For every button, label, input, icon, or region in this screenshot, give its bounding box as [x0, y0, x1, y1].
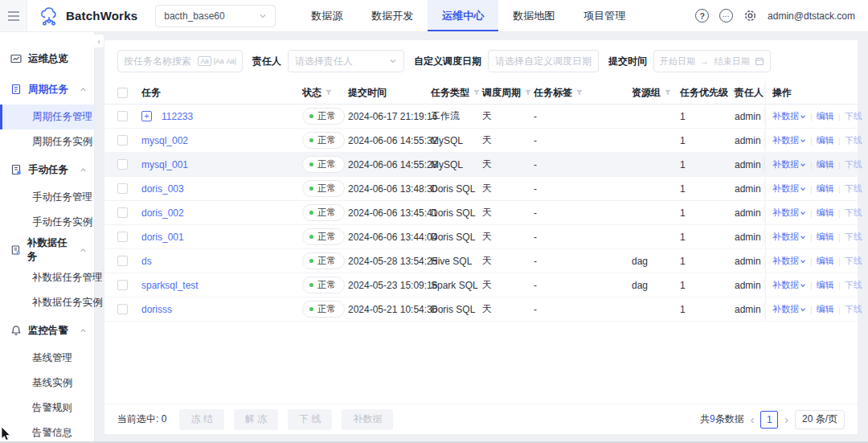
- unfreeze-button[interactable]: 解 冻: [234, 409, 278, 430]
- sidebar-group-manual-task[interactable]: 手动任务: [0, 154, 94, 185]
- message-icon[interactable]: ⋯: [719, 9, 733, 23]
- offline-action[interactable]: 下线: [845, 134, 862, 146]
- task-name-link[interactable]: doris_002: [141, 207, 184, 219]
- replenish-data-action[interactable]: 补数据: [772, 231, 806, 243]
- table-row[interactable]: + 112233 正常 2024-06-17 21:19:16 工作流 天 - …: [104, 105, 858, 129]
- help-icon[interactable]: ?: [695, 9, 709, 23]
- sidebar-item-ops-overview[interactable]: 运维总览: [0, 43, 94, 74]
- sidebar-item-patch-data-task-instance[interactable]: 补数据任务实例: [0, 290, 94, 315]
- offline-action[interactable]: 下线: [845, 207, 862, 219]
- nav-ops-center[interactable]: 运维中心: [428, 0, 498, 31]
- replenish-data-action[interactable]: 补数据: [772, 134, 806, 146]
- tag-filter-icon[interactable]: [575, 88, 583, 96]
- sidebar-group-cycle-task[interactable]: 周期任务: [0, 74, 94, 105]
- replenish-data-action[interactable]: 补数据: [772, 279, 806, 291]
- row-checkbox[interactable]: [117, 111, 128, 121]
- row-checkbox[interactable]: [117, 159, 128, 170]
- nav-data-map[interactable]: 数据地图: [498, 0, 569, 31]
- task-name-link[interactable]: doris_001: [141, 232, 184, 243]
- task-name-link[interactable]: mysql_001: [141, 159, 188, 170]
- cycle-filter-icon[interactable]: [524, 88, 532, 96]
- replenish-data-action[interactable]: 补数据: [772, 303, 806, 315]
- edit-action[interactable]: 编辑: [817, 183, 834, 195]
- replenish-data-action[interactable]: 补数据: [772, 183, 806, 195]
- sidebar-item-manual-task-instance[interactable]: 手动任务实例: [0, 210, 94, 235]
- row-checkbox[interactable]: [117, 207, 128, 218]
- settings-gear-icon[interactable]: [743, 9, 757, 23]
- patch-data-button[interactable]: 补数据: [342, 409, 393, 430]
- edit-action[interactable]: 编辑: [817, 303, 834, 315]
- table-row[interactable]: sparksql_test 正常 2024-05-23 15:09:16 Spa…: [104, 273, 858, 297]
- expand-icon[interactable]: +: [141, 111, 152, 121]
- select-all-checkbox[interactable]: [117, 88, 128, 98]
- sidebar-item-alert-rules[interactable]: 告警规则: [0, 396, 94, 420]
- resource-group-filter-icon[interactable]: [664, 88, 672, 96]
- task-name-link[interactable]: sparksql_test: [141, 280, 199, 291]
- status-filter-icon[interactable]: [325, 88, 333, 96]
- replenish-data-action[interactable]: 补数据: [772, 158, 806, 170]
- task-search-input[interactable]: [124, 55, 195, 67]
- offline-action[interactable]: 下线: [845, 110, 862, 122]
- submit-time-range-picker[interactable]: 开始日期 → 结束日期: [653, 50, 771, 72]
- row-checkbox[interactable]: [117, 135, 128, 146]
- task-search-box[interactable]: Aa |Aa Aa|: [117, 50, 243, 72]
- match-case-icon[interactable]: Aa: [198, 56, 211, 66]
- offline-action[interactable]: 下线: [845, 255, 862, 267]
- task-name-link[interactable]: mysql_002: [141, 135, 188, 146]
- edit-action[interactable]: 编辑: [817, 279, 834, 291]
- row-checkbox[interactable]: [117, 256, 128, 266]
- row-checkbox[interactable]: [117, 183, 128, 194]
- user-account[interactable]: admin@dtstack.com: [768, 10, 855, 22]
- table-row[interactable]: ds 正常 2024-05-28 13:54:25 Hive SQL 天 - d…: [104, 249, 858, 273]
- sidebar-group-monitor-alert[interactable]: 监控告警: [0, 315, 94, 346]
- owner-select[interactable]: 请选择责任人: [288, 50, 404, 72]
- sidebar-collapse-button[interactable]: ‹: [94, 34, 104, 48]
- task-name-link[interactable]: dorisss: [141, 304, 172, 315]
- sidebar-item-cycle-task-mgmt[interactable]: 周期任务管理: [0, 105, 94, 129]
- sidebar-item-baseline-instance[interactable]: 基线实例: [0, 371, 94, 396]
- edit-action[interactable]: 编辑: [817, 231, 834, 243]
- replenish-data-action[interactable]: 补数据: [772, 207, 806, 219]
- sidebar-group-patch-data-task[interactable]: 补数据任务: [0, 235, 94, 265]
- edit-action[interactable]: 编辑: [817, 255, 834, 267]
- sidebar-item-manual-task-mgmt[interactable]: 手动任务管理: [0, 185, 94, 210]
- freeze-button[interactable]: 冻 结: [179, 409, 223, 430]
- hamburger-menu-button[interactable]: [0, 0, 27, 31]
- sidebar-item-cycle-task-instance[interactable]: 周期任务实例: [0, 129, 94, 154]
- match-start-icon[interactable]: |Aa: [214, 57, 224, 65]
- nav-project-mgmt[interactable]: 项目管理: [569, 0, 640, 31]
- table-row[interactable]: dorisss 正常 2024-05-21 10:54:36 Doris SQL…: [104, 297, 858, 322]
- table-row[interactable]: mysql_002 正常 2024-06-06 14:55:32 MySQL 天…: [104, 129, 858, 153]
- project-selector[interactable]: bacth_base60: [155, 5, 276, 27]
- offline-action[interactable]: 下线: [845, 231, 862, 243]
- offline-action[interactable]: 下线: [845, 158, 862, 170]
- row-checkbox[interactable]: [117, 304, 128, 314]
- table-row[interactable]: mysql_001 正常 2024-06-06 14:55:28 MySQL 天…: [104, 153, 858, 177]
- table-row[interactable]: doris_001 正常 2024-06-06 13:44:04 Doris S…: [104, 225, 858, 249]
- edit-action[interactable]: 编辑: [817, 158, 834, 170]
- table-row[interactable]: doris_002 正常 2024-06-06 13:45:41 Doris S…: [104, 201, 858, 225]
- table-row[interactable]: doris_003 正常 2024-06-06 13:48:30 Doris S…: [104, 177, 858, 201]
- offline-button[interactable]: 下 线: [288, 409, 332, 430]
- replenish-data-action[interactable]: 补数据: [772, 255, 806, 267]
- prev-page-button[interactable]: ‹: [751, 414, 755, 425]
- offline-action[interactable]: 下线: [845, 183, 862, 195]
- edit-action[interactable]: 编辑: [817, 110, 834, 122]
- task-name-link[interactable]: ds: [141, 256, 152, 267]
- current-page-button[interactable]: 1: [760, 411, 778, 429]
- row-checkbox[interactable]: [117, 280, 128, 290]
- nav-datasource[interactable]: 数据源: [297, 0, 357, 31]
- sidebar-item-alert-info[interactable]: 告警信息: [0, 420, 94, 443]
- sidebar-item-patch-data-task-mgmt[interactable]: 补数据任务管理: [0, 265, 94, 290]
- offline-action[interactable]: 下线: [845, 279, 862, 291]
- next-page-button[interactable]: ›: [784, 414, 788, 425]
- offline-action[interactable]: 下线: [845, 303, 862, 315]
- task-name-link[interactable]: 112233: [162, 111, 193, 122]
- nav-data-develop[interactable]: 数据开发: [357, 0, 428, 31]
- edit-action[interactable]: 编辑: [817, 207, 834, 219]
- page-size-select[interactable]: 20 条/页: [795, 410, 845, 429]
- match-end-icon[interactable]: Aa|: [226, 57, 236, 65]
- row-checkbox[interactable]: [117, 232, 128, 242]
- task-name-link[interactable]: doris_003: [141, 183, 184, 195]
- replenish-data-action[interactable]: 补数据: [772, 110, 806, 122]
